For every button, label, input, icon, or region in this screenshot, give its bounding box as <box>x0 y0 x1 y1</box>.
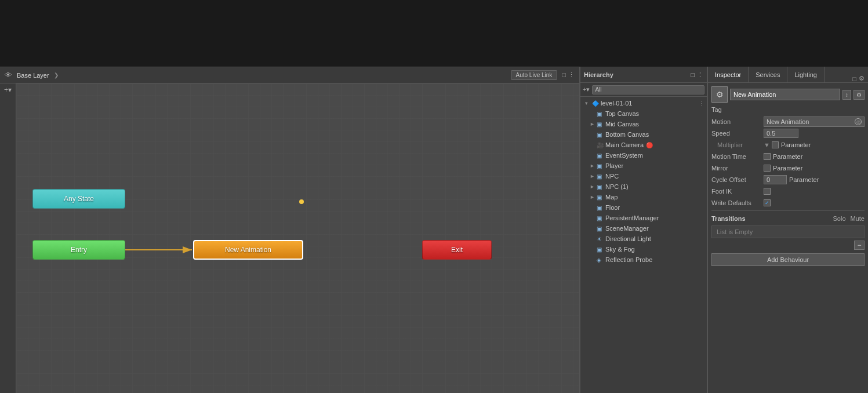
hierarchy-item-directionallight[interactable]: ☀ Directional Light <box>580 234 707 244</box>
animator-add-button[interactable]: +▾ <box>4 86 12 94</box>
footik-row: Foot IK <box>711 186 865 196</box>
writedefaults-checkbox[interactable]: ✓ <box>764 199 771 206</box>
hierarchy-item-midcanvas[interactable]: ► ▣ Mid Canvas <box>580 119 707 129</box>
hierarchy-menu-icon[interactable]: ⋮ <box>697 71 703 78</box>
inspector-sort-button[interactable]: ↕ <box>842 90 851 100</box>
expand-arrow-icon: ► <box>590 163 595 169</box>
animator-canvas[interactable]: Any State Entry New Animation Exit <box>16 83 579 393</box>
motiontime-label: Motion Time <box>711 153 764 160</box>
hierarchy-item-persistentmanager[interactable]: ▣ PersistentManager <box>580 213 707 223</box>
hierarchy-item-label: Floor <box>605 204 620 211</box>
item-options-icon[interactable]: ⋮ <box>699 100 704 107</box>
hierarchy-item-label: Directional Light <box>605 235 651 242</box>
hierarchy-item-label: PersistentManager <box>605 214 659 221</box>
list-empty-box: List is Empty <box>711 225 865 238</box>
cycleoffset-row: Cycle Offset Parameter <box>711 174 865 185</box>
inspector-body: ⚙ ↕ ⚙ Tag Motion New Animation ◎ <box>708 83 868 393</box>
footik-label: Foot IK <box>711 188 764 195</box>
entry-state-node[interactable]: Entry <box>32 240 125 260</box>
hierarchy-item-label: level-01-01 <box>601 100 632 107</box>
animator-menu-icon[interactable]: ⋮ <box>568 71 575 79</box>
hierarchy-add-button[interactable]: +▾ <box>583 86 590 93</box>
hierarchy-item-label: Player <box>605 162 623 169</box>
component-name-field[interactable] <box>730 89 840 100</box>
tab-inspector[interactable]: Inspector <box>708 67 749 82</box>
hierarchy-item-player[interactable]: ► ▣ Player <box>580 161 707 171</box>
inspector-window-icon[interactable]: □ <box>852 75 856 82</box>
hierarchy-item-map[interactable]: ► ▣ Map <box>580 192 707 202</box>
hierarchy-item-label: Top Canvas <box>605 110 639 117</box>
mute-label[interactable]: Mute <box>851 215 865 222</box>
hierarchy-item-npc[interactable]: ► ▣ NPC <box>580 171 707 181</box>
animator-chevron-icon: ❯ <box>54 72 59 78</box>
solo-label[interactable]: Solo <box>833 215 846 222</box>
hierarchy-item-maincamera[interactable]: 🎥 Main Camera 🔴 <box>580 140 707 150</box>
multiplier-checkbox[interactable] <box>772 141 779 148</box>
component-icon-symbol: ⚙ <box>716 90 724 99</box>
speed-label: Speed <box>711 130 764 137</box>
hierarchy-item-scenemanager[interactable]: ▣ SceneManager <box>580 223 707 234</box>
animator-window-icon[interactable]: □ <box>562 71 566 79</box>
multiplier-row: Multiplier ▼ Parameter <box>711 140 865 150</box>
transitions-label: Transitions <box>711 215 746 222</box>
cycleoffset-input[interactable] <box>764 175 787 184</box>
motion-target-icon[interactable]: ◎ <box>855 118 862 125</box>
writedefaults-label: Write Defaults <box>711 199 764 206</box>
footik-checkbox[interactable] <box>764 188 771 195</box>
inspector-settings-button[interactable]: ⚙ <box>854 90 865 100</box>
hierarchy-search-input[interactable] <box>592 85 704 94</box>
hierarchy-item-topcanvas[interactable]: ▣ Top Canvas <box>580 108 707 119</box>
hierarchy-item-level[interactable]: ▾ 🔷 level-01-01 ⋮ <box>580 98 707 108</box>
obj-icon: ▣ <box>597 194 604 201</box>
hierarchy-item-npc1[interactable]: ► ▣ NPC (1) <box>580 181 707 192</box>
auto-live-link-button[interactable]: Auto Live Link <box>511 70 558 80</box>
hierarchy-title: Hierarchy <box>584 71 688 78</box>
hierarchy-item-skyfog[interactable]: ▣ Sky & Fog <box>580 244 707 254</box>
multiplier-param: Parameter <box>781 141 811 148</box>
inspector-panel: Inspector Services Lighting □ ⚙ ⚙ ↕ ⚙ Ta… <box>707 67 868 393</box>
hierarchy-item-eventsystem[interactable]: ▣ EventSystem <box>580 150 707 161</box>
obj-icon: ▣ <box>597 215 604 221</box>
obj-icon: ▣ <box>597 246 604 253</box>
tab-lighting[interactable]: Lighting <box>787 67 825 82</box>
canvas-icon: ▣ <box>597 111 604 117</box>
exit-state-node[interactable]: Exit <box>422 240 492 260</box>
hierarchy-item-label: SceneManager <box>605 225 649 232</box>
list-empty-text: List is Empty <box>717 228 753 235</box>
motiontime-checkbox[interactable] <box>764 153 771 160</box>
animator-visibility-icon[interactable]: 👁 <box>5 71 12 79</box>
inspector-tabs: Inspector Services Lighting □ ⚙ <box>708 67 868 83</box>
hierarchy-item-label: EventSystem <box>605 152 643 159</box>
new-animation-state-node[interactable]: New Animation <box>193 240 303 260</box>
exit-state-label: Exit <box>451 246 463 254</box>
add-behaviour-button[interactable]: Add Behaviour <box>711 253 865 266</box>
cycleoffset-label: Cycle Offset <box>711 176 764 183</box>
obj-icon: ▣ <box>597 205 604 211</box>
hierarchy-window-icon[interactable]: □ <box>691 71 695 78</box>
tab-services[interactable]: Services <box>749 67 787 82</box>
obj-icon: ▣ <box>597 152 604 159</box>
mirror-checkbox[interactable] <box>764 165 771 172</box>
light-icon: ☀ <box>597 236 604 242</box>
remove-transition-button[interactable]: − <box>854 241 865 250</box>
hierarchy-item-label: Reflection Probe <box>605 256 652 263</box>
obj-icon: ▣ <box>597 225 604 232</box>
expand-arrow-icon: ► <box>590 121 595 127</box>
speed-input[interactable] <box>764 129 798 138</box>
camera-icon: 🎥 <box>597 142 604 148</box>
hierarchy-item-label: Mid Canvas <box>605 121 639 128</box>
component-icon: ⚙ <box>711 86 728 103</box>
animator-left-bar: +▾ <box>0 83 16 393</box>
arrow-overlay <box>16 83 579 393</box>
motion-field[interactable]: New Animation ◎ <box>764 117 865 127</box>
hierarchy-item-floor[interactable]: ▣ Floor <box>580 202 707 213</box>
expand-arrow-icon: ► <box>590 173 595 179</box>
any-state-node[interactable]: Any State <box>32 189 125 209</box>
inspector-gear-icon[interactable]: ⚙ <box>859 75 865 82</box>
speed-row: Speed <box>711 128 865 139</box>
hierarchy-item-reflectionprobe[interactable]: ◈ Reflection Probe <box>580 254 707 265</box>
writedefaults-row: Write Defaults ✓ <box>711 198 865 208</box>
tag-row: Tag <box>711 106 865 113</box>
cycleoffset-param: Parameter <box>789 176 819 183</box>
hierarchy-item-bottomcanvas[interactable]: ▣ Bottom Canvas <box>580 129 707 140</box>
